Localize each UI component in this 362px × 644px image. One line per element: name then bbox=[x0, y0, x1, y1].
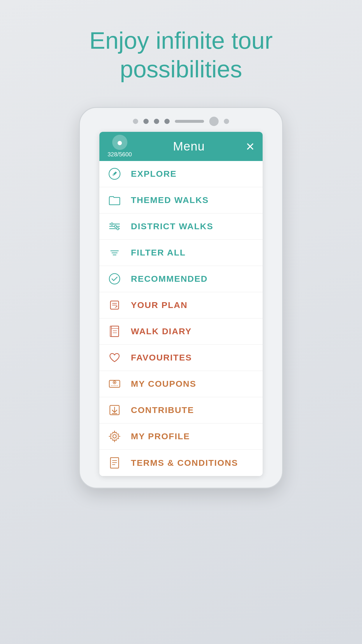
person-icon: ● bbox=[117, 137, 123, 148]
phone-dot-1 bbox=[133, 119, 138, 124]
contribute-label: CONTRIBUTE bbox=[131, 405, 194, 415]
menu-header: ● 328/5600 Menu × bbox=[99, 132, 263, 161]
svg-rect-7 bbox=[115, 225, 116, 228]
svg-rect-6 bbox=[111, 223, 113, 225]
coupon-icon bbox=[108, 377, 122, 391]
avatar: ● bbox=[112, 135, 127, 150]
menu-item-contribute[interactable]: CONTRIBUTE bbox=[99, 397, 263, 424]
compass-icon bbox=[108, 167, 122, 181]
my-coupons-label: MY COUPONS bbox=[131, 379, 196, 389]
menu-item-filter-all[interactable]: FILTER ALL bbox=[99, 240, 263, 266]
menu-item-my-profile[interactable]: MY PROFILE bbox=[99, 424, 263, 450]
user-points: 328/5600 bbox=[108, 151, 132, 158]
menu-title: Menu bbox=[173, 139, 205, 153]
filter-all-label: FILTER ALL bbox=[131, 248, 186, 258]
phone-top-bar bbox=[80, 117, 282, 126]
phone-dot-5 bbox=[224, 119, 229, 124]
terms-label: TERMS & CONDITIONS bbox=[131, 458, 238, 468]
walk-diary-label: WALK DIARY bbox=[131, 326, 192, 336]
phone-screen: ● 328/5600 Menu × EXPLORE bbox=[99, 132, 263, 476]
menu-item-terms[interactable]: TERMS & CONDITIONS bbox=[99, 450, 263, 476]
menu-item-your-plan[interactable]: YOUR PLAN bbox=[99, 292, 263, 318]
phone-dot-2 bbox=[143, 119, 149, 124]
download-box-icon bbox=[108, 403, 122, 417]
svg-rect-8 bbox=[117, 228, 119, 230]
menu-item-recommended[interactable]: RECOMMENDED bbox=[99, 266, 263, 292]
gear-icon bbox=[108, 429, 122, 443]
heart-icon bbox=[108, 351, 122, 365]
svg-point-29 bbox=[113, 435, 116, 438]
svg-rect-19 bbox=[110, 326, 111, 337]
tagline-line1: Enjoy infinite tour bbox=[89, 27, 273, 54]
phone-dot-4 bbox=[164, 119, 170, 124]
svg-point-12 bbox=[109, 274, 120, 284]
edit-icon bbox=[108, 298, 122, 312]
user-avatar-block[interactable]: ● 328/5600 bbox=[108, 135, 132, 158]
tagline-line2: possibilities bbox=[120, 56, 242, 82]
svg-rect-17 bbox=[111, 326, 119, 337]
my-profile-label: MY PROFILE bbox=[131, 431, 190, 441]
menu-list: EXPLORE THEMED WALKS bbox=[99, 161, 263, 476]
book-icon bbox=[108, 324, 122, 338]
explore-label: EXPLORE bbox=[131, 169, 177, 179]
phone-mockup: ● 328/5600 Menu × EXPLORE bbox=[79, 107, 283, 489]
favourites-label: FAVOURITES bbox=[131, 353, 192, 363]
phone-pill bbox=[175, 120, 204, 123]
menu-item-favourites[interactable]: FAVOURITES bbox=[99, 345, 263, 371]
folder-icon bbox=[108, 193, 122, 207]
recommended-label: RECOMMENDED bbox=[131, 274, 208, 284]
your-plan-label: YOUR PLAN bbox=[131, 300, 188, 310]
menu-item-themed-walks[interactable]: THEMED WALKS bbox=[99, 187, 263, 214]
close-button[interactable]: × bbox=[246, 139, 254, 154]
phone-dot-3 bbox=[154, 119, 159, 124]
filter-icon bbox=[108, 246, 122, 260]
tagline: Enjoy infinite tour possibilities bbox=[64, 26, 298, 84]
svg-marker-24 bbox=[114, 382, 115, 383]
menu-item-walk-diary[interactable]: WALK DIARY bbox=[99, 318, 263, 345]
check-circle-icon bbox=[108, 272, 122, 286]
sliders-icon bbox=[108, 219, 122, 233]
menu-item-my-coupons[interactable]: MY COUPONS bbox=[99, 371, 263, 397]
themed-walks-label: THEMED WALKS bbox=[131, 195, 209, 205]
menu-item-explore[interactable]: EXPLORE bbox=[99, 161, 263, 187]
phone-btn-1 bbox=[209, 117, 219, 126]
svg-line-16 bbox=[115, 307, 116, 308]
document-icon bbox=[108, 456, 122, 470]
menu-item-district-walks[interactable]: DISTRICT WALKS bbox=[99, 214, 263, 240]
district-walks-label: DISTRICT WALKS bbox=[131, 221, 213, 231]
